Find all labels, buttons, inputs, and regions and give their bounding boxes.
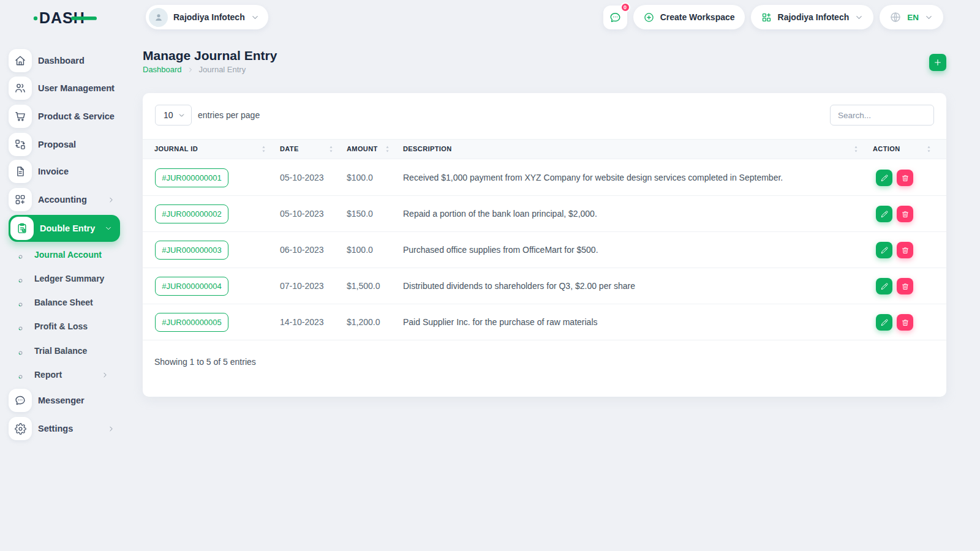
pencil-icon bbox=[880, 210, 889, 219]
date-cell: 07-10-2023 bbox=[280, 281, 324, 291]
journal-entries-card: 10 entries per page JOURNAL ID DATE AMOU… bbox=[143, 93, 946, 397]
edit-button[interactable] bbox=[876, 278, 892, 294]
entries-per-page-select[interactable]: 10 bbox=[155, 105, 192, 126]
plus-icon bbox=[933, 58, 943, 67]
journal-id-button[interactable]: #JUR000000002 bbox=[155, 204, 228, 223]
cart-icon bbox=[9, 105, 32, 128]
edit-button[interactable] bbox=[876, 206, 892, 222]
journal-id-button[interactable]: #JUR000000005 bbox=[155, 313, 228, 332]
date-cell: 05-10-2023 bbox=[280, 209, 324, 219]
message-dots-icon bbox=[609, 11, 622, 24]
date-cell: 14-10-2023 bbox=[280, 317, 324, 327]
sidebar-subitem-journal-account[interactable]: Journal Account bbox=[15, 249, 120, 261]
table-row: #JUR000000004 07-10-2023 $1,500.0 Distri… bbox=[143, 268, 946, 304]
workspace-name: Rajodiya Infotech bbox=[173, 12, 245, 22]
pencil-icon bbox=[880, 282, 889, 291]
amount-cell: $1,500.0 bbox=[347, 281, 380, 291]
table-header: JOURNAL ID DATE AMOUNT DESCRIPTION ACTIO… bbox=[143, 139, 946, 159]
search-input[interactable] bbox=[830, 105, 934, 126]
column-header-amount[interactable]: AMOUNT bbox=[347, 145, 378, 152]
breadcrumb-dashboard-link[interactable]: Dashboard bbox=[143, 65, 182, 74]
sidebar-subitem-balance-sheet[interactable]: Balance Sheet bbox=[15, 296, 120, 309]
journal-id-button[interactable]: #JUR000000003 bbox=[155, 241, 228, 260]
sidebar-item-settings[interactable]: Settings bbox=[9, 417, 120, 440]
sidebar-item-messenger[interactable]: Messenger bbox=[9, 389, 120, 412]
sidebar-item-accounting[interactable]: Accounting bbox=[9, 188, 120, 211]
language-selector[interactable]: EN bbox=[880, 5, 943, 29]
delete-button[interactable] bbox=[897, 242, 913, 258]
sidebar-subitem-ledger-summary[interactable]: Ledger Summary bbox=[15, 272, 120, 285]
description-cell: Received $1,000 payment from XYZ Company… bbox=[403, 173, 783, 182]
sort-icon[interactable] bbox=[259, 144, 268, 154]
edit-button[interactable] bbox=[876, 314, 892, 331]
sidebar-item-dashboard[interactable]: Dashboard bbox=[9, 49, 120, 72]
clipboard-icon bbox=[10, 217, 34, 240]
journal-id-button[interactable]: #JUR000000004 bbox=[155, 277, 228, 296]
sidebar-item-user-management[interactable]: User Management bbox=[9, 77, 120, 100]
trash-icon bbox=[901, 318, 910, 327]
user-avatar-icon bbox=[149, 8, 168, 27]
sidebar-item-product-service[interactable]: Product & Service bbox=[9, 105, 120, 128]
app-root: DASH Rajodiya Infotech 0 Create Workspac… bbox=[0, 0, 980, 551]
sort-icon[interactable] bbox=[326, 144, 336, 154]
edit-button[interactable] bbox=[876, 170, 892, 186]
topbar-actions: 0 Create Workspace Rajodiya Infotech EN bbox=[603, 5, 943, 29]
table-row: #JUR000000001 05-10-2023 $100.0 Received… bbox=[143, 160, 946, 196]
gear-icon bbox=[9, 417, 32, 440]
edit-button[interactable] bbox=[876, 242, 892, 258]
submenu-dot-icon bbox=[17, 276, 24, 282]
trash-icon bbox=[901, 246, 910, 255]
chevron-right-icon bbox=[101, 371, 109, 379]
sidebar-subitem-report[interactable]: Report bbox=[15, 369, 120, 381]
column-header-journal-id[interactable]: JOURNAL ID bbox=[154, 145, 198, 152]
date-cell: 05-10-2023 bbox=[280, 173, 324, 182]
submenu-dot-icon bbox=[17, 252, 24, 258]
column-header-description[interactable]: DESCRIPTION bbox=[403, 145, 452, 152]
globe-icon bbox=[889, 11, 902, 23]
transfer-icon bbox=[9, 133, 32, 156]
workspace-selector[interactable]: Rajodiya Infotech bbox=[146, 5, 268, 29]
amount-cell: $1,200.0 bbox=[347, 317, 380, 327]
sidebar-item-invoice[interactable]: Invoice bbox=[9, 160, 120, 183]
sidebar-subitem-trial-balance[interactable]: Trial Balance bbox=[15, 345, 120, 357]
sort-icon[interactable] bbox=[851, 144, 861, 154]
column-header-action[interactable]: ACTION bbox=[873, 145, 900, 152]
delete-button[interactable] bbox=[897, 278, 913, 294]
delete-button[interactable] bbox=[897, 314, 913, 331]
entries-per-page-value: 10 bbox=[164, 110, 173, 120]
app-logo: DASH bbox=[33, 9, 100, 27]
notification-badge: 0 bbox=[620, 2, 630, 12]
description-cell: Purchased office supplies from OfficeMar… bbox=[403, 245, 598, 255]
sort-icon[interactable] bbox=[924, 144, 933, 154]
language-code: EN bbox=[907, 13, 919, 22]
amount-cell: $100.0 bbox=[347, 245, 373, 255]
trash-icon bbox=[901, 282, 910, 291]
company-selector[interactable]: Rajodiya Infotech bbox=[751, 5, 874, 29]
add-journal-entry-button[interactable] bbox=[929, 54, 946, 71]
delete-button[interactable] bbox=[897, 170, 913, 186]
table-row: #JUR000000002 05-10-2023 $150.0 Repaid a… bbox=[143, 196, 946, 232]
chevron-down-icon bbox=[104, 224, 113, 233]
create-workspace-label: Create Workspace bbox=[660, 12, 735, 22]
messenger-button[interactable]: 0 bbox=[603, 6, 627, 29]
chevron-right-icon bbox=[107, 425, 115, 433]
journal-id-button[interactable]: #JUR000000001 bbox=[155, 168, 228, 187]
sidebar-item-double-entry[interactable]: Double Entry bbox=[9, 215, 120, 242]
page-title: Manage Journal Entry bbox=[143, 48, 277, 63]
delete-button[interactable] bbox=[897, 206, 913, 222]
chevron-right-icon bbox=[187, 66, 194, 73]
sidebar-item-proposal[interactable]: Proposal bbox=[9, 133, 120, 156]
sidebar-subitem-profit-loss[interactable]: Profit & Loss bbox=[15, 320, 120, 332]
table-summary: Showing 1 to 5 of 5 entries bbox=[154, 357, 256, 367]
description-cell: Repaid a portion of the bank loan princi… bbox=[403, 209, 597, 219]
table-row: #JUR000000003 06-10-2023 $100.0 Purchase… bbox=[143, 232, 946, 268]
home-icon bbox=[9, 49, 32, 72]
create-workspace-button[interactable]: Create Workspace bbox=[633, 5, 745, 29]
grid-plus-icon bbox=[9, 188, 32, 211]
sort-icon[interactable] bbox=[383, 144, 392, 154]
description-cell: Paid Supplier Inc. for the purchase of r… bbox=[403, 317, 598, 327]
pencil-icon bbox=[880, 246, 889, 255]
column-header-date[interactable]: DATE bbox=[280, 145, 299, 152]
chevron-down-icon bbox=[251, 13, 260, 22]
submenu-dot-icon bbox=[17, 299, 24, 306]
